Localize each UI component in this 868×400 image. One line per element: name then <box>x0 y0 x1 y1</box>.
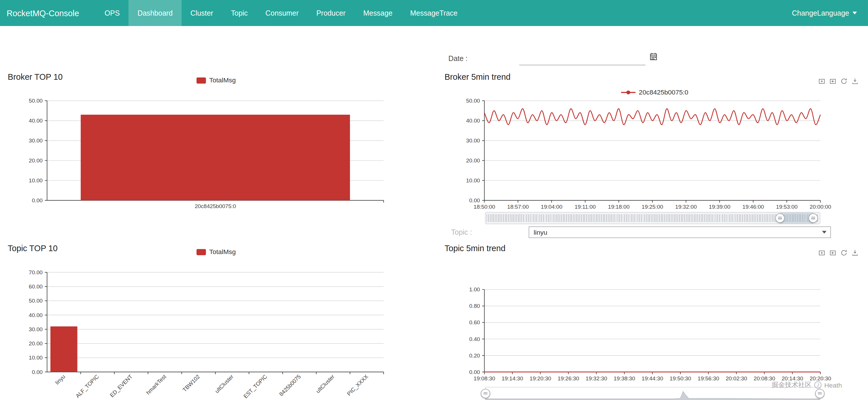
svg-text:60.00: 60.00 <box>29 283 43 289</box>
svg-text:0.00: 0.00 <box>469 197 480 204</box>
calendar-icon[interactable] <box>650 53 657 62</box>
svg-text:19:18:00: 19:18:00 <box>608 204 630 210</box>
datazoom-left-handle[interactable] <box>775 213 784 223</box>
svg-text:0.60: 0.60 <box>469 319 480 326</box>
topic-select[interactable]: linyu <box>529 226 831 238</box>
datazoom-right-handle[interactable] <box>808 213 818 223</box>
svg-text:40.00: 40.00 <box>466 118 480 124</box>
restore-icon[interactable] <box>840 77 848 85</box>
legend-marker-icon <box>196 249 206 255</box>
svg-text:hmarkTest: hmarkTest <box>145 373 168 396</box>
svg-text:20:02:30: 20:02:30 <box>725 375 747 381</box>
restore-icon[interactable] <box>840 249 848 257</box>
svg-text:19:25:00: 19:25:00 <box>642 204 663 210</box>
svg-text:0.40: 0.40 <box>469 336 480 342</box>
svg-text:19:32:30: 19:32:30 <box>586 375 607 381</box>
watermark: 掘金技术社区 J Heath <box>772 380 842 390</box>
svg-text:19:08:30: 19:08:30 <box>474 375 495 381</box>
svg-text:70.00: 70.00 <box>29 269 43 275</box>
topic-top10-legend[interactable]: TotalMsg <box>196 248 236 256</box>
svg-text:30.00: 30.00 <box>29 326 43 332</box>
juejin-logo-icon: J <box>814 381 822 389</box>
svg-text:30.00: 30.00 <box>29 137 43 144</box>
svg-text:ALF_TOPIC: ALF_TOPIC <box>74 373 100 399</box>
broker-top10-chart[interactable]: 0.0010.0020.0030.0040.0050.0020c8425b007… <box>0 94 393 213</box>
svg-text:linyu: linyu <box>54 373 66 386</box>
nav-item-dashboard[interactable]: Dashboard <box>129 0 182 26</box>
svg-text:19:56:30: 19:56:30 <box>698 375 719 381</box>
topic-select-value: linyu <box>534 228 547 236</box>
svg-text:30.00: 30.00 <box>466 137 480 144</box>
brand-link[interactable]: RocketMQ-Console <box>0 0 87 26</box>
svg-text:19:38:30: 19:38:30 <box>614 375 635 381</box>
svg-text:0.00: 0.00 <box>32 197 42 204</box>
svg-text:ED_EVENT: ED_EVENT <box>109 373 134 399</box>
nav-item-topic[interactable]: Topic <box>222 0 256 26</box>
svg-text:18:50:00: 18:50:00 <box>474 204 495 210</box>
save-as-image-icon[interactable] <box>851 77 859 85</box>
date-label: Date : <box>448 54 467 63</box>
nav-item-producer[interactable]: Producer <box>308 0 354 26</box>
data-zoom-icon[interactable] <box>818 249 826 257</box>
topic-trend-datazoom-slider[interactable] <box>485 387 820 400</box>
svg-text:19:50:30: 19:50:30 <box>670 375 691 381</box>
watermark-text-cn: 掘金技术社区 <box>772 380 812 390</box>
datazoom-selection[interactable] <box>780 212 813 223</box>
broker-top10-legend[interactable]: TotalMsg <box>196 76 236 84</box>
svg-text:20c8425b0075:0: 20c8425b0075:0 <box>195 203 236 209</box>
nav-item-consumer[interactable]: Consumer <box>257 0 308 26</box>
svg-text:EST_TOPIC: EST_TOPIC <box>242 373 269 400</box>
datazoom-shadow <box>487 214 818 222</box>
nav-item-ops[interactable]: OPS <box>96 0 129 26</box>
zoom-reset-icon[interactable] <box>829 77 837 85</box>
data-zoom-icon[interactable] <box>818 77 826 85</box>
svg-text:50.00: 50.00 <box>29 98 43 104</box>
svg-text:20.00: 20.00 <box>29 157 43 163</box>
datazoom-right-handle[interactable] <box>815 389 825 398</box>
svg-text:19:44:30: 19:44:30 <box>642 375 663 381</box>
legend-label: TotalMsg <box>209 76 236 84</box>
svg-text:19:04:00: 19:04:00 <box>541 204 562 210</box>
watermark-text-en: Heath <box>824 381 842 389</box>
broker-trend-chart[interactable]: 0.0010.0020.0030.0040.0050.0018:50:0018:… <box>437 88 832 216</box>
svg-text:20.00: 20.00 <box>466 157 480 163</box>
svg-text:19:26:30: 19:26:30 <box>558 375 579 381</box>
topic-label: Topic : <box>451 228 472 237</box>
datazoom-left-handle[interactable] <box>481 389 490 398</box>
svg-text:19:39:00: 19:39:00 <box>709 204 731 210</box>
nav-item-messagetrace[interactable]: MessageTrace <box>401 0 466 26</box>
save-as-image-icon[interactable] <box>851 249 859 257</box>
svg-text:18:57:00: 18:57:00 <box>507 204 529 210</box>
svg-text:0.20: 0.20 <box>469 352 480 359</box>
broker-trend-toolbox <box>818 77 859 85</box>
svg-text:0.00: 0.00 <box>32 369 42 375</box>
svg-text:20:00:00: 20:00:00 <box>810 204 831 210</box>
svg-text:0.80: 0.80 <box>469 303 480 309</box>
broker-top10-title: Broker TOP 10 <box>8 72 63 82</box>
svg-text:PIC_XXXX: PIC_XXXX <box>346 373 370 397</box>
navbar: RocketMQ-Console OPSDashboardClusterTopi… <box>0 0 868 26</box>
broker-trend-title: Broker 5min trend <box>444 72 510 82</box>
svg-text:10.00: 10.00 <box>466 178 480 184</box>
svg-text:50.00: 50.00 <box>29 298 43 304</box>
svg-text:19:11:00: 19:11:00 <box>575 204 596 210</box>
nav-item-cluster[interactable]: Cluster <box>182 0 222 26</box>
date-input[interactable] <box>519 51 645 65</box>
change-language-button[interactable]: ChangeLanguage <box>781 0 868 26</box>
svg-text:10.00: 10.00 <box>29 178 43 184</box>
topic-trend-chart[interactable]: 0.000.200.400.600.801.0019:08:3019:14:30… <box>437 282 832 385</box>
svg-text:19:32:00: 19:32:00 <box>675 204 697 210</box>
svg-text:50.00: 50.00 <box>466 98 480 104</box>
topic-trend-title: Topic 5min trend <box>444 244 505 253</box>
svg-text:0.00: 0.00 <box>469 369 480 375</box>
svg-text:19:20:30: 19:20:30 <box>530 375 551 381</box>
zoom-reset-icon[interactable] <box>829 249 837 257</box>
topic-top10-title: Topic TOP 10 <box>8 244 58 253</box>
rocketmq-console-dashboard: RocketMQ-Console OPSDashboardClusterTopi… <box>0 0 868 400</box>
topic-top10-chart[interactable]: 0.0010.0020.0030.0040.0050.0060.0070.00l… <box>0 266 393 400</box>
broker-trend-datazoom-slider[interactable] <box>485 212 820 224</box>
legend-label: TotalMsg <box>209 248 236 256</box>
svg-text:TBW102: TBW102 <box>182 373 201 393</box>
nav-items: OPSDashboardClusterTopicConsumerProducer… <box>96 0 466 26</box>
nav-item-message[interactable]: Message <box>354 0 401 26</box>
